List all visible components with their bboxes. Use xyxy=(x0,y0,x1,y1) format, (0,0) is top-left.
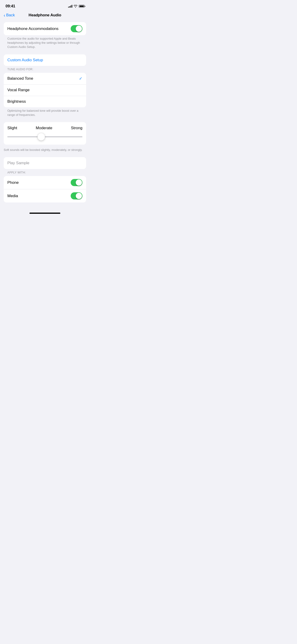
back-button[interactable]: ‹ Back xyxy=(4,13,15,18)
slider-footer: Soft sounds will be boosted slightly, mo… xyxy=(4,146,86,155)
headphone-accommodations-row: Headphone Accommodations xyxy=(4,22,86,35)
tune-audio-section: TUNE AUDIO FOR: Balanced Tone ✓ Vocal Ra… xyxy=(4,68,86,120)
status-time: 09:41 xyxy=(6,4,15,8)
custom-audio-setup-card[interactable]: Custom Audio Setup xyxy=(4,54,86,66)
slider-track xyxy=(7,136,82,137)
status-icons xyxy=(68,5,85,8)
home-bar xyxy=(30,212,60,214)
wifi-icon xyxy=(74,5,77,8)
headphone-accommodations-footer: Customize the audio for supported Apple … xyxy=(4,35,86,52)
slider-fill xyxy=(7,136,41,137)
content: Headphone Accommodations Customize the a… xyxy=(0,20,90,206)
apply-with-card: Phone Media xyxy=(4,176,86,202)
headphone-accommodations-section: Headphone Accommodations Customize the a… xyxy=(4,22,86,52)
slider-container[interactable] xyxy=(7,133,82,140)
custom-audio-setup-label[interactable]: Custom Audio Setup xyxy=(7,58,43,62)
slider-card: Slight Moderate Strong xyxy=(4,122,86,145)
headphone-accommodations-card: Headphone Accommodations xyxy=(4,22,86,35)
vocal-range-label: Vocal Range xyxy=(7,88,30,92)
slider-label-strong: Strong xyxy=(71,126,82,130)
slider-labels: Slight Moderate Strong xyxy=(7,126,82,130)
brightness-row[interactable]: Brightness xyxy=(4,96,86,107)
custom-audio-setup-row[interactable]: Custom Audio Setup xyxy=(4,54,86,66)
headphone-accommodations-toggle[interactable] xyxy=(71,25,82,32)
brightness-label: Brightness xyxy=(7,99,26,104)
back-label: Back xyxy=(6,13,15,18)
play-sample-card[interactable]: Play Sample xyxy=(4,157,86,169)
balanced-tone-row[interactable]: Balanced Tone ✓ xyxy=(4,73,86,84)
apply-with-header: APPLY WITH: xyxy=(4,171,86,176)
nav-bar: ‹ Back Headphone Audio xyxy=(0,11,90,20)
slider-label-slight: Slight xyxy=(7,126,17,130)
phone-row: Phone xyxy=(4,176,86,189)
media-toggle[interactable] xyxy=(71,192,82,200)
balanced-tone-label: Balanced Tone xyxy=(7,76,33,81)
headphone-accommodations-label: Headphone Accommodations xyxy=(7,26,58,31)
tune-audio-header: TUNE AUDIO FOR: xyxy=(4,68,86,73)
phone-toggle-thumb xyxy=(76,180,82,186)
home-indicator xyxy=(0,211,90,216)
slider-label-moderate: Moderate xyxy=(36,126,52,130)
page-title: Headphone Audio xyxy=(28,13,61,18)
phone-toggle[interactable] xyxy=(71,179,82,186)
media-label: Media xyxy=(7,194,18,198)
media-row: Media xyxy=(4,189,86,202)
balanced-tone-checkmark: ✓ xyxy=(79,76,82,81)
status-bar: 09:41 xyxy=(0,0,90,11)
slider-thumb[interactable] xyxy=(38,133,45,140)
apply-with-section: APPLY WITH: Phone Media xyxy=(4,171,86,202)
media-toggle-thumb xyxy=(76,193,82,199)
battery-icon xyxy=(79,5,85,8)
phone-label: Phone xyxy=(7,180,19,185)
toggle-thumb xyxy=(76,26,82,32)
tune-audio-card: Balanced Tone ✓ Vocal Range Brightness xyxy=(4,73,86,107)
tune-audio-footer: Optimizing for balanced tone will provid… xyxy=(4,107,86,120)
play-sample-label[interactable]: Play Sample xyxy=(7,161,29,165)
custom-audio-setup-section: Custom Audio Setup xyxy=(4,54,86,66)
chevron-left-icon: ‹ xyxy=(4,13,5,18)
vocal-range-row[interactable]: Vocal Range xyxy=(4,84,86,96)
signal-icon xyxy=(68,5,72,8)
